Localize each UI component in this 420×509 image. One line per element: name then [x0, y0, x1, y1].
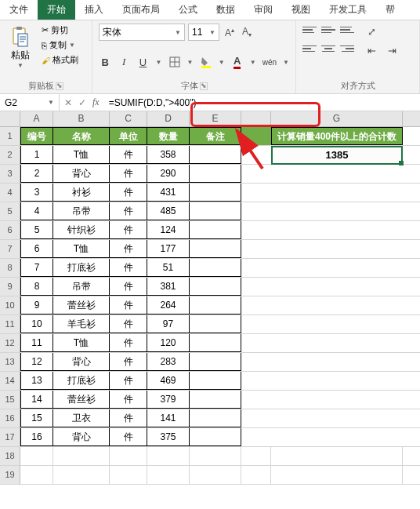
hdr-qty[interactable]: 数量: [147, 127, 190, 145]
increase-indent-button[interactable]: ⇥: [384, 42, 400, 58]
cell-name[interactable]: 打底衫: [53, 372, 110, 390]
cell-empty[interactable]: [271, 428, 403, 446]
cell-unit[interactable]: 件: [110, 278, 147, 296]
tab-review[interactable]: 审阅: [244, 0, 282, 20]
cell-gap[interactable]: [241, 202, 271, 220]
cell-unit[interactable]: 件: [110, 372, 147, 390]
cell-note[interactable]: [190, 409, 241, 427]
row-header[interactable]: 19: [0, 466, 20, 485]
hdr-note[interactable]: 备注: [190, 127, 241, 145]
row-header[interactable]: 18: [0, 447, 20, 466]
cell-qty[interactable]: 469: [147, 372, 190, 390]
tab-help[interactable]: 帮: [376, 0, 404, 20]
cell-qty[interactable]: 358: [147, 146, 190, 164]
cell-qty[interactable]: 375: [147, 428, 190, 446]
cell-empty[interactable]: [271, 259, 403, 277]
col-header-C[interactable]: C: [110, 111, 147, 126]
cell-unit[interactable]: 件: [110, 165, 147, 183]
row-header[interactable]: 15: [0, 391, 20, 409]
cell-qty[interactable]: 431: [147, 184, 190, 202]
cell-gap[interactable]: [241, 372, 271, 390]
cell-name[interactable]: 羊毛衫: [53, 315, 110, 333]
cell-gap[interactable]: [241, 315, 271, 333]
cell-qty[interactable]: 120: [147, 334, 190, 352]
paste-button[interactable]: 粘贴 ▼: [6, 24, 34, 71]
copy-button[interactable]: ⎘复制▼: [39, 38, 81, 52]
row-header[interactable]: 6: [0, 221, 20, 240]
align-bottom-button[interactable]: [340, 24, 354, 36]
cell-unit[interactable]: 件: [110, 221, 147, 239]
dialog-launcher-icon[interactable]: ⬊: [56, 82, 63, 90]
cell-empty[interactable]: [271, 353, 403, 371]
cell-gap[interactable]: [241, 184, 271, 202]
col-header-D[interactable]: D: [147, 111, 190, 126]
cell-note[interactable]: [190, 278, 241, 296]
cell-name[interactable]: 针织衫: [53, 221, 110, 239]
row-header[interactable]: 10: [0, 296, 20, 315]
cell-qty[interactable]: 177: [147, 240, 190, 258]
fill-color-button[interactable]: [200, 54, 212, 70]
cell-empty[interactable]: [271, 202, 403, 220]
cell-empty[interactable]: [271, 296, 403, 314]
cell-id[interactable]: 6: [20, 240, 53, 258]
cell-empty[interactable]: [271, 240, 403, 258]
row-header[interactable]: 7: [0, 240, 20, 259]
cell-empty[interactable]: [20, 447, 53, 465]
cell-unit[interactable]: 件: [110, 334, 147, 352]
orientation-button[interactable]: ⤢: [364, 24, 379, 39]
align-center-button[interactable]: [321, 42, 335, 55]
cell-gap[interactable]: [241, 259, 271, 277]
cell-gap[interactable]: [241, 409, 271, 427]
cell-name[interactable]: T恤: [53, 146, 110, 164]
cell-empty[interactable]: [271, 278, 403, 296]
hdr-unit[interactable]: 单位: [110, 127, 147, 145]
tab-page-layout[interactable]: 页面布局: [113, 0, 169, 20]
cell-unit[interactable]: 件: [110, 409, 147, 427]
cell-note[interactable]: [190, 296, 241, 314]
cell-note[interactable]: [190, 184, 241, 202]
cell-name[interactable]: 背心: [53, 353, 110, 371]
cell-gap[interactable]: [241, 353, 271, 371]
cell-qty[interactable]: 283: [147, 353, 190, 371]
row-header[interactable]: 16: [0, 409, 20, 428]
cell-name[interactable]: 蕾丝衫: [53, 296, 110, 314]
cell-note[interactable]: [190, 240, 241, 258]
cut-button[interactable]: ✂剪切: [39, 24, 81, 37]
cell-empty[interactable]: [20, 466, 53, 484]
hdr-id[interactable]: 编号: [20, 127, 53, 145]
tab-view[interactable]: 视图: [282, 0, 320, 20]
fx-icon[interactable]: fx: [92, 96, 100, 108]
cell-empty[interactable]: [271, 221, 403, 239]
align-middle-button[interactable]: [321, 24, 335, 36]
cell-empty[interactable]: [271, 391, 403, 409]
cell-gap[interactable]: [241, 221, 271, 239]
cell-note[interactable]: [190, 391, 241, 409]
row-header[interactable]: 3: [0, 165, 20, 184]
summary-header[interactable]: 计算销量400件以上的合计数: [271, 127, 403, 145]
cell-name[interactable]: T恤: [53, 334, 110, 352]
cell-id[interactable]: 16: [20, 428, 53, 446]
cell-empty[interactable]: [241, 447, 271, 465]
cell-note[interactable]: [190, 428, 241, 446]
cell-unit[interactable]: 件: [110, 315, 147, 333]
font-color-button[interactable]: A: [231, 54, 244, 70]
cell-empty[interactable]: [110, 447, 147, 465]
align-left-button[interactable]: [302, 42, 317, 55]
cell-unit[interactable]: 件: [110, 391, 147, 409]
dialog-launcher-icon[interactable]: ⬊: [200, 82, 208, 90]
cell-empty[interactable]: [190, 447, 241, 465]
phonetic-button[interactable]: wén: [262, 54, 277, 70]
decrease-indent-button[interactable]: ⇤: [364, 42, 379, 58]
row-header[interactable]: 2: [0, 146, 20, 165]
cell-id[interactable]: 3: [20, 184, 53, 202]
cell-note[interactable]: [190, 334, 241, 352]
cell-name[interactable]: T恤: [53, 240, 110, 258]
cell-unit[interactable]: 件: [110, 240, 147, 258]
cell-qty[interactable]: 124: [147, 221, 190, 239]
cell-empty[interactable]: [147, 466, 190, 484]
hdr-name[interactable]: 名称: [53, 127, 110, 145]
tab-data[interactable]: 数据: [207, 0, 244, 20]
cell-empty[interactable]: [271, 334, 403, 352]
tab-insert[interactable]: 插入: [75, 0, 113, 20]
cell-empty[interactable]: [271, 447, 403, 465]
